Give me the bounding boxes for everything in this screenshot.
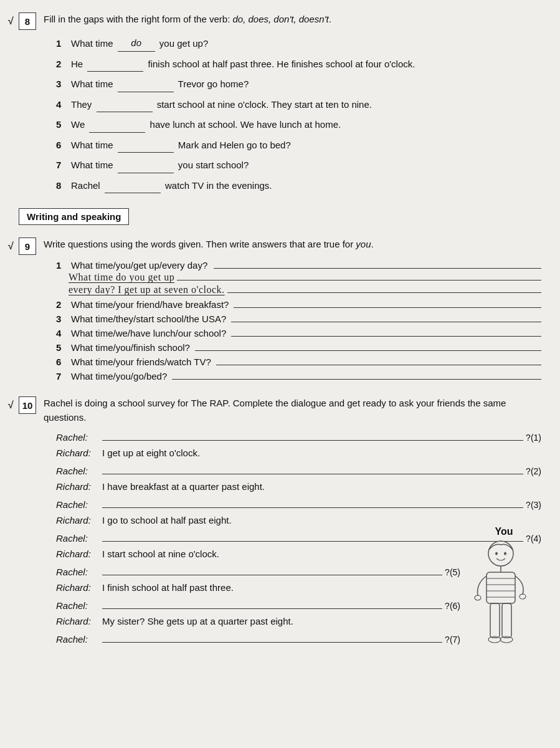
dialogue-line-rachel-2[interactable] bbox=[102, 463, 523, 474]
speaker-rachel-3: Rachel: bbox=[56, 499, 100, 510]
blank-8[interactable] bbox=[105, 193, 161, 193]
q9-prompt-1: What time/you/get up/every day? bbox=[71, 260, 207, 271]
character-svg bbox=[467, 540, 535, 649]
q9-num-3: 3 bbox=[56, 314, 69, 324]
blank-3[interactable] bbox=[118, 92, 174, 92]
dialogue-content-richard-1: I get up at eight o'clock. bbox=[102, 448, 541, 458]
q9-num-2: 2 bbox=[56, 299, 69, 310]
q9-item-7: 7 What time/you/go/bed? bbox=[56, 371, 541, 381]
svg-rect-4 bbox=[486, 572, 515, 603]
exercise-9-items: 1 What time/you/get up/every day? What t… bbox=[56, 260, 541, 381]
speaker-richard-1: Richard: bbox=[56, 448, 100, 458]
svg-rect-12 bbox=[502, 603, 511, 638]
sentence-5: 5 We have lunch at school. We have lunch… bbox=[56, 117, 541, 133]
blank-4[interactable] bbox=[97, 112, 153, 112]
sentence-6: 6 What time Mark and Helen go to bed? bbox=[56, 137, 541, 153]
sentence-num-7: 7 bbox=[56, 157, 69, 173]
exercise-10-content: Rachel: ?(1) Richard: I get up at eight … bbox=[19, 429, 541, 645]
dialogue-num-3: ?(3) bbox=[526, 500, 541, 510]
svg-rect-11 bbox=[490, 603, 500, 638]
blank-2[interactable] bbox=[87, 71, 143, 72]
sentence-num-6: 6 bbox=[56, 137, 69, 153]
sentence-1: 1 What time do you get up? bbox=[56, 35, 541, 52]
sentence-text-4: They start school at nine o'clock. They … bbox=[71, 97, 372, 113]
dialogue-line-rachel-3[interactable] bbox=[102, 497, 523, 508]
speaker-richard-3: Richard: bbox=[56, 515, 100, 525]
sentence-num-1: 1 bbox=[56, 36, 69, 52]
dialogue-richard-2: Richard: I have breakfast at a quarter p… bbox=[56, 481, 541, 492]
dialogue-line-rachel-5[interactable] bbox=[102, 564, 442, 575]
blank-6[interactable] bbox=[118, 152, 174, 153]
character-illustration-area: You bbox=[467, 526, 541, 651]
dialogue-content-rachel-2: ?(2) bbox=[102, 463, 541, 476]
exercise-9: √ 9 Write questions using the words give… bbox=[19, 237, 541, 381]
dialogue-num-6: ?(6) bbox=[445, 601, 460, 611]
dialogue-text-richard-6: My sister? She gets up at a quarter past… bbox=[102, 616, 293, 626]
speaker-rachel-2: Rachel: bbox=[56, 466, 100, 476]
exercise-8: √ 8 Fill in the gaps with the right form… bbox=[19, 12, 541, 193]
svg-point-2 bbox=[504, 552, 506, 555]
q9-answer-1: What time do you get up bbox=[69, 272, 541, 283]
dialogue-line-rachel-7[interactable] bbox=[102, 631, 442, 643]
speaker-richard-6: Richard: bbox=[56, 616, 100, 626]
dialogue-num-2: ?(2) bbox=[526, 466, 541, 476]
exercise-9-number: √ 9 bbox=[19, 237, 36, 255]
dialogue-line-rachel-6[interactable] bbox=[102, 598, 442, 609]
q9-prompt-4: What time/we/have lunch/our school? bbox=[71, 328, 226, 338]
dialogue-content-rachel-5: ?(5) bbox=[102, 564, 460, 577]
writing-speaking-section: Writing and speaking bbox=[19, 208, 541, 231]
speaker-rachel-1: Rachel: bbox=[56, 432, 100, 443]
exercise-8-number: √ 8 bbox=[19, 12, 36, 30]
sentence-text-6: What time Mark and Helen go to bed? bbox=[71, 137, 291, 153]
q9-num-5: 5 bbox=[56, 342, 69, 353]
svg-point-10 bbox=[520, 594, 526, 599]
dialogue-content-richard-6: My sister? She gets up at a quarter past… bbox=[102, 616, 460, 626]
dialogue-num-1: ?(1) bbox=[526, 433, 541, 443]
sentence-text-1: What time do you get up? bbox=[71, 35, 208, 52]
handwritten-text-1b: every day? I get up at seven o'clock. bbox=[69, 284, 225, 295]
you-label: You bbox=[467, 526, 541, 537]
sentence-num-5: 5 bbox=[56, 117, 69, 133]
speaker-richard-4: Richard: bbox=[56, 549, 100, 559]
exercise-9-instruction: Write questions using the words given. T… bbox=[44, 237, 541, 252]
sentence-text-8: Rachel watch TV in the evenings. bbox=[71, 178, 272, 194]
q9-item-5: 5 What time/you/finish school? bbox=[56, 342, 541, 353]
q9-prompt-3: What time/they/start school/the USA? bbox=[71, 314, 226, 324]
speaker-rachel-4: Rachel: bbox=[56, 533, 100, 544]
dialogue-rachel-2: Rachel: ?(2) bbox=[56, 463, 541, 476]
exercise-10: √ 10 Rachel is doing a school survey for… bbox=[19, 396, 541, 645]
dialogue-richard-3: Richard: I go to school at half past eig… bbox=[56, 515, 541, 525]
blank-7[interactable] bbox=[118, 173, 174, 173]
speaker-richard-5: Richard: bbox=[56, 582, 100, 593]
dialogue-line-rachel-4[interactable] bbox=[102, 530, 523, 542]
dialogue-text-richard-1: I get up at eight o'clock. bbox=[102, 448, 200, 458]
sentence-4: 4 They start school at nine o'clock. The… bbox=[56, 97, 541, 113]
sentence-num-3: 3 bbox=[56, 76, 69, 92]
q9-prompt-2: What time/your friend/have breakfast? bbox=[71, 299, 229, 310]
sentence-num-8: 8 bbox=[56, 178, 69, 194]
exercise-8-instruction: Fill in the gaps with the right form of … bbox=[44, 12, 541, 27]
dialogue-content-rachel-7: ?(7) bbox=[102, 631, 460, 645]
q9-prompt-6: What time/your friends/watch TV? bbox=[71, 357, 211, 367]
dialogue-text-richard-3: I go to school at half past eight. bbox=[102, 515, 232, 525]
exercise-8-sentences: 1 What time do you get up? 2 He finish s… bbox=[56, 35, 541, 193]
sentence-text-3: What time Trevor go home? bbox=[71, 76, 249, 92]
q9-item-1: 1 What time/you/get up/every day? What t… bbox=[56, 260, 541, 295]
sentence-7: 7 What time you start school? bbox=[56, 157, 541, 173]
exercise-10-instruction: Rachel is doing a school survey for The … bbox=[44, 396, 541, 424]
dialogue-content-rachel-3: ?(3) bbox=[102, 497, 541, 510]
blank-1[interactable]: do bbox=[118, 35, 155, 52]
dialogue-line-rachel-1[interactable] bbox=[102, 429, 523, 441]
dialogue-content-rachel-1: ?(1) bbox=[102, 429, 541, 443]
dialogue-content-richard-2: I have breakfast at a quarter past eight… bbox=[102, 481, 541, 492]
blank-5[interactable] bbox=[89, 132, 145, 133]
checkmark-9: √ bbox=[8, 241, 14, 252]
q9-item-3: 3 What time/they/start school/the USA? bbox=[56, 314, 541, 324]
q9-item-4: 4 What time/we/have lunch/our school? bbox=[56, 328, 541, 338]
sentence-text-7: What time you start school? bbox=[71, 157, 249, 173]
dialogue-text-richard-2: I have breakfast at a quarter past eight… bbox=[102, 481, 265, 492]
q9-num-4: 4 bbox=[56, 328, 69, 338]
sentence-2: 2 He finish school at half past three. H… bbox=[56, 56, 541, 72]
q9-item-6: 6 What time/your friends/watch TV? bbox=[56, 357, 541, 367]
sentence-text-5: We have lunch at school. We have lunch a… bbox=[71, 117, 341, 133]
